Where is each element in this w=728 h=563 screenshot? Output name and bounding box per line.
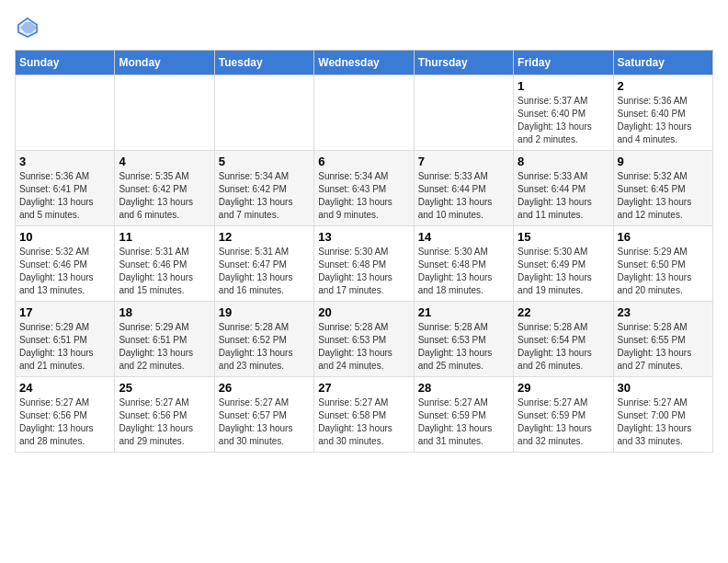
page-header [15, 15, 713, 40]
day-info: Sunrise: 5:30 AM Sunset: 6:48 PM Dayligh… [318, 246, 409, 297]
calendar-cell: 10Sunrise: 5:32 AM Sunset: 6:46 PM Dayli… [16, 226, 115, 302]
calendar-cell: 7Sunrise: 5:33 AM Sunset: 6:44 PM Daylig… [414, 151, 513, 226]
calendar-cell: 9Sunrise: 5:32 AM Sunset: 6:45 PM Daylig… [613, 151, 712, 226]
day-info: Sunrise: 5:27 AM Sunset: 6:56 PM Dayligh… [119, 396, 210, 448]
day-info: Sunrise: 5:28 AM Sunset: 6:52 PM Dayligh… [219, 321, 310, 373]
day-number: 28 [418, 381, 509, 395]
day-number: 18 [119, 305, 210, 319]
day-info: Sunrise: 5:31 AM Sunset: 6:46 PM Dayligh… [119, 246, 210, 297]
calendar-table: SundayMondayTuesdayWednesdayThursdayFrid… [15, 50, 713, 453]
calendar-cell: 15Sunrise: 5:30 AM Sunset: 6:49 PM Dayli… [514, 226, 613, 302]
header-cell-thursday: Thursday [414, 51, 513, 75]
calendar-cell [16, 75, 115, 151]
day-number: 24 [19, 381, 110, 395]
day-info: Sunrise: 5:29 AM Sunset: 6:51 PM Dayligh… [19, 321, 110, 373]
day-info: Sunrise: 5:28 AM Sunset: 6:53 PM Dayligh… [418, 321, 509, 373]
day-info: Sunrise: 5:32 AM Sunset: 6:45 PM Dayligh… [618, 170, 709, 222]
day-info: Sunrise: 5:30 AM Sunset: 6:49 PM Dayligh… [518, 246, 609, 297]
calendar-cell: 25Sunrise: 5:27 AM Sunset: 6:56 PM Dayli… [115, 377, 214, 453]
logo-icon [15, 15, 40, 40]
calendar-cell [115, 75, 214, 151]
day-info: Sunrise: 5:28 AM Sunset: 6:53 PM Dayligh… [318, 321, 409, 373]
day-info: Sunrise: 5:33 AM Sunset: 6:44 PM Dayligh… [418, 170, 509, 222]
day-number: 13 [318, 230, 409, 244]
calendar-cell: 29Sunrise: 5:27 AM Sunset: 6:59 PM Dayli… [514, 377, 613, 453]
calendar-cell: 8Sunrise: 5:33 AM Sunset: 6:44 PM Daylig… [514, 151, 613, 226]
day-info: Sunrise: 5:29 AM Sunset: 6:51 PM Dayligh… [119, 321, 210, 373]
header-cell-saturday: Saturday [613, 51, 712, 75]
day-info: Sunrise: 5:27 AM Sunset: 6:59 PM Dayligh… [518, 396, 609, 448]
calendar-cell: 30Sunrise: 5:27 AM Sunset: 7:00 PM Dayli… [613, 377, 712, 453]
header-cell-sunday: Sunday [16, 51, 115, 75]
day-number: 22 [518, 305, 609, 319]
calendar-cell: 12Sunrise: 5:31 AM Sunset: 6:47 PM Dayli… [214, 226, 313, 302]
day-info: Sunrise: 5:37 AM Sunset: 6:40 PM Dayligh… [518, 95, 609, 146]
day-number: 30 [618, 381, 709, 395]
calendar-week-row: 1Sunrise: 5:37 AM Sunset: 6:40 PM Daylig… [16, 75, 713, 151]
calendar-cell: 14Sunrise: 5:30 AM Sunset: 6:48 PM Dayli… [414, 226, 513, 302]
day-number: 2 [618, 79, 709, 93]
day-number: 6 [318, 155, 409, 168]
calendar-cell: 2Sunrise: 5:36 AM Sunset: 6:40 PM Daylig… [613, 75, 712, 151]
day-number: 23 [618, 305, 709, 319]
calendar-week-row: 3Sunrise: 5:36 AM Sunset: 6:41 PM Daylig… [16, 151, 713, 226]
calendar-cell: 13Sunrise: 5:30 AM Sunset: 6:48 PM Dayli… [314, 226, 414, 302]
calendar-cell: 16Sunrise: 5:29 AM Sunset: 6:50 PM Dayli… [613, 226, 712, 302]
day-number: 16 [618, 230, 709, 244]
calendar-cell: 22Sunrise: 5:28 AM Sunset: 6:54 PM Dayli… [514, 302, 613, 377]
calendar-week-row: 24Sunrise: 5:27 AM Sunset: 6:56 PM Dayli… [16, 377, 713, 453]
calendar-week-row: 17Sunrise: 5:29 AM Sunset: 6:51 PM Dayli… [16, 302, 713, 377]
day-info: Sunrise: 5:27 AM Sunset: 6:56 PM Dayligh… [19, 396, 110, 448]
day-number: 9 [618, 155, 709, 168]
calendar-cell: 1Sunrise: 5:37 AM Sunset: 6:40 PM Daylig… [514, 75, 613, 151]
day-info: Sunrise: 5:32 AM Sunset: 6:46 PM Dayligh… [19, 246, 110, 297]
calendar-body: 1Sunrise: 5:37 AM Sunset: 6:40 PM Daylig… [16, 75, 713, 453]
day-info: Sunrise: 5:27 AM Sunset: 6:57 PM Dayligh… [219, 396, 310, 448]
calendar-cell: 17Sunrise: 5:29 AM Sunset: 6:51 PM Dayli… [16, 302, 115, 377]
day-number: 10 [19, 230, 110, 244]
day-number: 20 [318, 305, 409, 319]
day-info: Sunrise: 5:36 AM Sunset: 6:40 PM Dayligh… [618, 95, 709, 146]
header-cell-friday: Friday [514, 51, 613, 75]
day-info: Sunrise: 5:28 AM Sunset: 6:54 PM Dayligh… [518, 321, 609, 373]
calendar-cell: 28Sunrise: 5:27 AM Sunset: 6:59 PM Dayli… [414, 377, 513, 453]
calendar-cell [414, 75, 513, 151]
day-number: 17 [19, 305, 110, 319]
day-info: Sunrise: 5:27 AM Sunset: 6:58 PM Dayligh… [318, 396, 409, 448]
day-number: 4 [119, 155, 210, 168]
calendar-cell: 6Sunrise: 5:34 AM Sunset: 6:43 PM Daylig… [314, 151, 414, 226]
day-info: Sunrise: 5:27 AM Sunset: 6:59 PM Dayligh… [418, 396, 509, 448]
day-info: Sunrise: 5:27 AM Sunset: 7:00 PM Dayligh… [618, 396, 709, 448]
day-info: Sunrise: 5:36 AM Sunset: 6:41 PM Dayligh… [19, 170, 110, 222]
day-number: 1 [518, 79, 609, 93]
calendar-cell: 3Sunrise: 5:36 AM Sunset: 6:41 PM Daylig… [16, 151, 115, 226]
day-info: Sunrise: 5:30 AM Sunset: 6:48 PM Dayligh… [418, 246, 509, 297]
header-cell-tuesday: Tuesday [214, 51, 313, 75]
day-info: Sunrise: 5:28 AM Sunset: 6:55 PM Dayligh… [618, 321, 709, 373]
calendar-cell: 23Sunrise: 5:28 AM Sunset: 6:55 PM Dayli… [613, 302, 712, 377]
day-number: 11 [119, 230, 210, 244]
day-number: 12 [219, 230, 310, 244]
calendar-cell: 19Sunrise: 5:28 AM Sunset: 6:52 PM Dayli… [214, 302, 313, 377]
day-number: 7 [418, 155, 509, 168]
day-info: Sunrise: 5:31 AM Sunset: 6:47 PM Dayligh… [219, 246, 310, 297]
calendar-cell: 4Sunrise: 5:35 AM Sunset: 6:42 PM Daylig… [115, 151, 214, 226]
day-number: 5 [219, 155, 310, 168]
header-cell-wednesday: Wednesday [314, 51, 414, 75]
calendar-header-row: SundayMondayTuesdayWednesdayThursdayFrid… [16, 51, 713, 75]
calendar-cell: 20Sunrise: 5:28 AM Sunset: 6:53 PM Dayli… [314, 302, 414, 377]
day-number: 21 [418, 305, 509, 319]
calendar-cell: 27Sunrise: 5:27 AM Sunset: 6:58 PM Dayli… [314, 377, 414, 453]
header-cell-monday: Monday [115, 51, 214, 75]
day-info: Sunrise: 5:29 AM Sunset: 6:50 PM Dayligh… [618, 246, 709, 297]
day-info: Sunrise: 5:34 AM Sunset: 6:42 PM Dayligh… [219, 170, 310, 222]
day-info: Sunrise: 5:34 AM Sunset: 6:43 PM Dayligh… [318, 170, 409, 222]
calendar-cell: 24Sunrise: 5:27 AM Sunset: 6:56 PM Dayli… [16, 377, 115, 453]
day-number: 29 [518, 381, 609, 395]
day-number: 19 [219, 305, 310, 319]
day-number: 25 [119, 381, 210, 395]
calendar-cell: 11Sunrise: 5:31 AM Sunset: 6:46 PM Dayli… [115, 226, 214, 302]
logo [15, 15, 44, 40]
calendar-cell: 18Sunrise: 5:29 AM Sunset: 6:51 PM Dayli… [115, 302, 214, 377]
day-number: 26 [219, 381, 310, 395]
